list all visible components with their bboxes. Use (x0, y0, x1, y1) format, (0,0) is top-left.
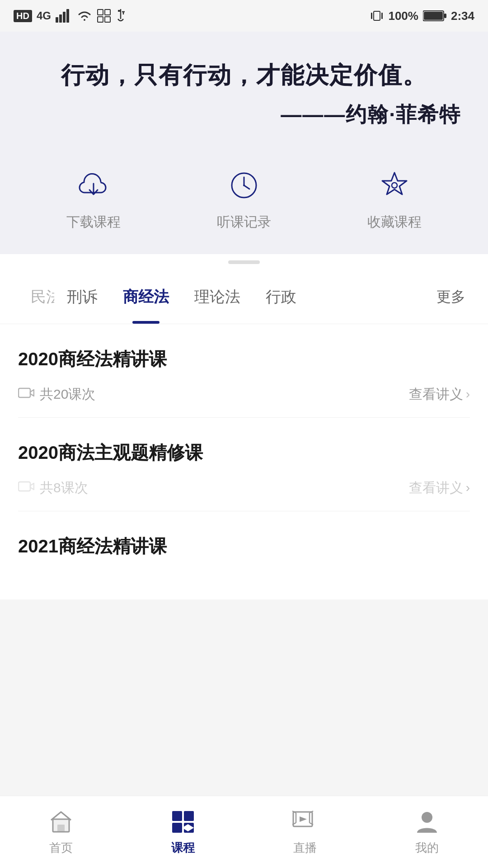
course-title-3: 2021商经法精讲课 (18, 534, 470, 559)
wifi-icon (76, 9, 93, 23)
course-meta-2: 共8课次 查看讲义 › (18, 479, 470, 497)
vibrate-icon (370, 9, 384, 23)
nav-home-label: 首页 (49, 840, 73, 856)
nav-mine[interactable]: 我的 (413, 808, 441, 856)
svg-rect-13 (371, 13, 372, 19)
svg-rect-6 (98, 17, 103, 22)
course-count-text-1: 共20课次 (40, 385, 95, 404)
svg-rect-28 (172, 811, 182, 821)
clock-icon (224, 165, 264, 206)
course-count-text-2: 共8课次 (40, 479, 88, 497)
course-count-1: 共20课次 (18, 385, 95, 404)
network-icon: 4G (37, 9, 51, 22)
course-item-2[interactable]: 2020商法主观题精修课 共8课次 查看讲义 › (18, 418, 470, 511)
svg-rect-16 (424, 12, 443, 20)
svg-rect-14 (381, 13, 383, 19)
nav-course[interactable]: 课程 (169, 808, 197, 856)
tab-xingzheng[interactable]: 行政 (253, 270, 309, 324)
svg-rect-7 (105, 17, 110, 22)
history-label: 听课记录 (217, 213, 271, 231)
svg-rect-0 (56, 17, 58, 23)
course-link-1[interactable]: 查看讲义 › (409, 385, 470, 404)
quote-main: 行动，只有行动，才能决定价值。 (27, 59, 461, 92)
svg-rect-3 (66, 9, 69, 23)
tab-lilunfa[interactable]: 理论法 (182, 270, 253, 324)
svg-rect-17 (444, 14, 446, 18)
signal-icon (56, 9, 72, 23)
battery-text: 100% (388, 9, 418, 23)
hd-badge: HD (14, 10, 32, 22)
status-right-info: 100% 2:34 (370, 9, 474, 23)
svg-rect-25 (19, 482, 30, 491)
cloud-download-icon (73, 165, 114, 206)
quick-action-history[interactable]: 听课记录 (217, 165, 271, 231)
svg-line-21 (244, 185, 249, 189)
tab-more[interactable]: 更多 (432, 271, 470, 323)
time-text: 2:34 (451, 9, 474, 23)
grid-icon (97, 9, 111, 23)
svg-rect-24 (19, 388, 30, 397)
course-link-2[interactable]: 查看讲义 › (409, 479, 470, 497)
tab-bar: 民法 刑诉 商经法 理论法 行政 更多 (0, 270, 488, 324)
course-item-1[interactable]: 2020商经法精讲课 共20课次 查看讲义 › (18, 324, 470, 418)
star-icon (374, 165, 415, 206)
svg-rect-27 (57, 825, 65, 832)
svg-rect-9 (118, 10, 121, 12)
live-icon (291, 808, 319, 835)
status-bar: HD 4G (0, 0, 488, 32)
scroll-indicator (0, 254, 488, 270)
course-link-label-2: 查看讲义 (409, 479, 463, 497)
home-icon (47, 808, 75, 835)
nav-course-label: 课程 (171, 840, 195, 856)
quick-action-favorite[interactable]: 收藏课程 (367, 165, 422, 231)
header-banner: 行动，只有行动，才能决定价值。 ———约翰·菲希特 (0, 32, 488, 147)
svg-point-22 (243, 184, 245, 186)
svg-rect-2 (63, 12, 66, 23)
tab-xingsu[interactable]: 刑诉 (54, 270, 110, 324)
tab-minfa[interactable]: 民法 (18, 270, 54, 324)
svg-rect-29 (184, 811, 194, 821)
quick-action-download[interactable]: 下载课程 (66, 165, 121, 231)
tab-shangjingfa[interactable]: 商经法 (110, 270, 182, 324)
course-item-3[interactable]: 2021商经法精讲课 (18, 511, 470, 599)
status-left-icons: HD 4G (14, 9, 126, 23)
nav-live-label: 直播 (293, 840, 317, 856)
quick-actions: 下载课程 听课记录 收藏课程 (0, 147, 488, 254)
svg-point-39 (422, 812, 432, 823)
svg-rect-30 (172, 823, 182, 833)
download-label: 下载课程 (66, 213, 121, 231)
svg-rect-4 (98, 9, 103, 15)
svg-rect-1 (59, 14, 62, 23)
nav-live[interactable]: 直播 (291, 808, 319, 856)
video-icon-2 (18, 480, 34, 496)
course-count-2: 共8课次 (18, 479, 88, 497)
battery-icon (423, 9, 446, 22)
svg-point-23 (392, 183, 397, 188)
nav-home[interactable]: 首页 (47, 808, 75, 856)
course-title-2: 2020商法主观题精修课 (18, 440, 470, 465)
course-list: 2020商经法精讲课 共20课次 查看讲义 › 2020商法主观题精修课 (0, 324, 488, 599)
video-icon-1 (18, 386, 34, 402)
svg-rect-5 (105, 9, 110, 15)
quote-author: ———约翰·菲希特 (27, 101, 461, 129)
chevron-icon-2: › (466, 481, 470, 495)
nav-mine-label: 我的 (415, 840, 439, 856)
bottom-nav: 首页 课程 (0, 796, 488, 868)
favorite-label: 收藏课程 (367, 213, 422, 231)
usb-icon (115, 9, 126, 23)
course-icon (169, 808, 197, 835)
person-icon (413, 808, 441, 835)
svg-rect-12 (374, 11, 380, 20)
course-link-label-1: 查看讲义 (409, 385, 463, 404)
scroll-dot (228, 260, 260, 264)
chevron-icon-1: › (466, 387, 470, 401)
course-meta-1: 共20课次 查看讲义 › (18, 385, 470, 404)
course-title-1: 2020商经法精讲课 (18, 347, 470, 372)
